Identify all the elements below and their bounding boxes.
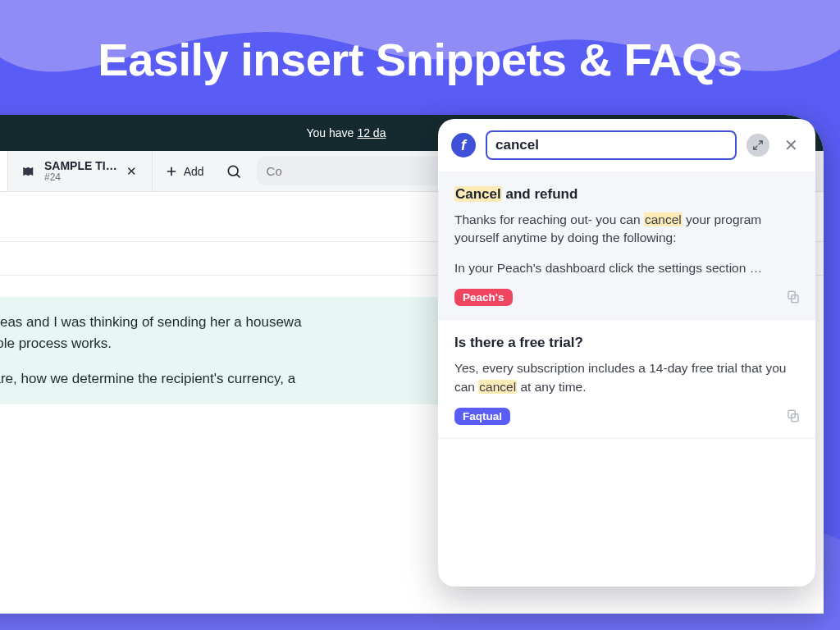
svg-point-0 [228, 166, 238, 176]
highlight: Cancel [454, 186, 502, 202]
add-tab-label: Add [184, 165, 204, 178]
message-line: about how the whole process works. [0, 336, 112, 351]
tab-ticket[interactable]: SAMPLE TI… #24 ✕ [8, 151, 153, 191]
popover-header: f ✕ [438, 119, 815, 171]
result-body: Thanks for reaching out- you can cancel … [454, 211, 799, 277]
source-tag[interactable]: Peach's [454, 289, 513, 306]
customer-message: ently moved overseas and I was thinking … [0, 297, 459, 404]
snippet-popover: f ✕ Cancel and refund Thanks for reachin… [438, 119, 815, 587]
popover-close-button[interactable]: ✕ [779, 135, 802, 155]
copy-icon[interactable] [786, 290, 801, 308]
result-title: Cancel and refund [454, 186, 799, 203]
result-title: Is there a free trial? [454, 335, 799, 351]
trial-banner-prefix: You have [307, 126, 354, 139]
tab-close-icon[interactable]: ✕ [126, 165, 139, 178]
result-body: Yes, every subscription includes a 14-da… [454, 359, 799, 396]
search-button[interactable] [216, 151, 252, 191]
snippet-search-value[interactable] [495, 137, 727, 153]
search-input-value: Co [267, 164, 282, 178]
tab-title: SAMPLE TI… [44, 159, 117, 172]
highlight: cancel [644, 212, 682, 226]
copy-icon[interactable] [786, 409, 801, 427]
brand-logo-icon: f [451, 133, 476, 158]
snippet-result[interactable]: Cancel and refund Thanks for reaching ou… [438, 171, 815, 320]
message-line: e denominations are, how we determine th… [0, 368, 441, 390]
highlight: cancel [478, 380, 517, 394]
ticket-icon [21, 164, 36, 179]
tab-subtitle: #24 [44, 172, 117, 184]
snippet-search-input[interactable] [486, 130, 737, 160]
trial-banner-days[interactable]: 12 da [357, 126, 386, 139]
snippet-result[interactable]: Is there a free trial? Yes, every subscr… [438, 320, 815, 439]
search-icon [226, 163, 242, 180]
source-tag[interactable]: Faqtual [454, 408, 510, 425]
tab-contact[interactable]: ke Jacks… ✕ [0, 151, 8, 191]
marketing-headline: Easily insert Snippets & FAQs [0, 33, 840, 86]
expand-icon[interactable] [746, 134, 769, 157]
message-line: ently moved overseas and I was thinking … [0, 314, 302, 330]
add-tab-button[interactable]: Add [153, 151, 216, 191]
plus-icon [164, 164, 179, 179]
